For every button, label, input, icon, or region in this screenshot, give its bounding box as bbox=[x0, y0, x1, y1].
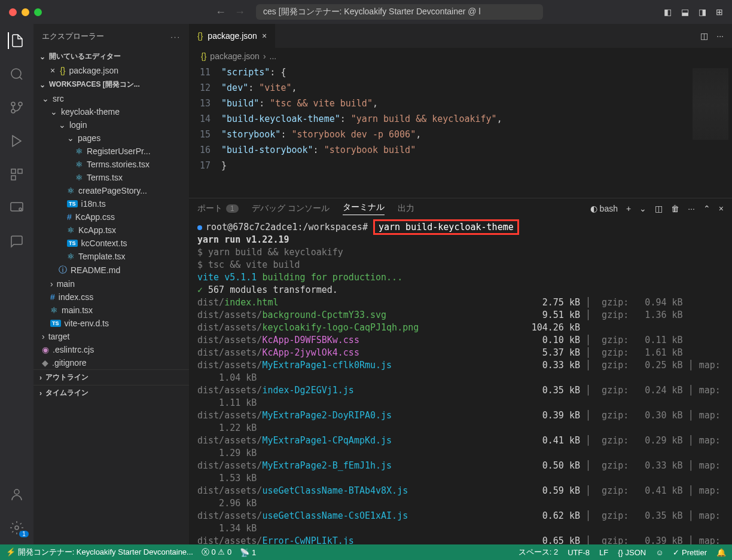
panel-tab-output[interactable]: 出力 bbox=[398, 203, 414, 214]
tree-folder[interactable]: › main bbox=[33, 277, 189, 290]
eslint-icon: ◉ bbox=[42, 345, 49, 354]
chevron-down-icon[interactable]: ⌄ bbox=[639, 204, 646, 213]
split-terminal-icon[interactable]: ◫ bbox=[655, 204, 663, 213]
close-window-button[interactable] bbox=[9, 8, 17, 16]
breadcrumb-item[interactable]: ... bbox=[270, 51, 277, 61]
tree-file[interactable]: ⚛ Terms.tsx bbox=[33, 171, 189, 184]
layout-icon[interactable]: ⊞ bbox=[716, 7, 723, 17]
prettier-indicator[interactable]: ✓ Prettier bbox=[673, 548, 707, 557]
outline-section[interactable]: › アウトライン bbox=[33, 369, 189, 385]
comments-icon[interactable] bbox=[8, 233, 25, 250]
react-icon: ⚛ bbox=[67, 252, 75, 261]
run-debug-icon[interactable] bbox=[8, 133, 25, 149]
open-editors-section[interactable]: ⌄ 開いているエディター bbox=[33, 49, 189, 64]
tree-file[interactable]: TS kcContext.ts bbox=[33, 237, 189, 250]
chevron-right-icon: › bbox=[50, 279, 53, 289]
shell-indicator[interactable]: ◐ bash bbox=[590, 204, 618, 213]
line-numbers: 11 12 13 14 15 16 17 bbox=[189, 65, 221, 198]
encoding-indicator[interactable]: UTF-8 bbox=[568, 548, 590, 557]
tree-folder[interactable]: ⌄ pages bbox=[33, 131, 189, 145]
info-icon: ⓘ bbox=[59, 265, 67, 276]
open-editor-item[interactable]: × {} package.json bbox=[33, 64, 189, 77]
eol-indicator[interactable]: LF bbox=[599, 548, 608, 557]
accounts-icon[interactable] bbox=[8, 486, 25, 503]
source-control-icon[interactable] bbox=[8, 99, 25, 116]
tree-file[interactable]: TS i18n.ts bbox=[33, 197, 189, 210]
workspace-section[interactable]: ⌄ WORKSPACES [開発コン... bbox=[33, 77, 189, 92]
folder-name: pages bbox=[78, 133, 100, 143]
tree-file[interactable]: ⚛ Terms.stories.tsx bbox=[33, 158, 189, 171]
notifications-icon[interactable]: 🔔 bbox=[716, 548, 726, 557]
panel-left-icon[interactable]: ◧ bbox=[664, 7, 672, 17]
file-name: kcContext.ts bbox=[81, 238, 127, 248]
timeline-section[interactable]: › タイムライン bbox=[33, 385, 189, 400]
folder-name: keycloak-theme bbox=[61, 107, 120, 117]
nav-back-button[interactable]: ← bbox=[215, 6, 226, 19]
tree-folder-src[interactable]: ⌄ src bbox=[33, 92, 189, 105]
statusbar: ⚡ 開発コンテナー: Keycloakify Starter Devcontai… bbox=[0, 544, 732, 560]
problems-indicator[interactable]: ⓧ 0 ⚠ 0 bbox=[202, 547, 231, 558]
editor-content[interactable]: 11 12 13 14 15 16 17 "scripts": { "dev":… bbox=[189, 65, 732, 198]
tree-folder[interactable]: › target bbox=[33, 330, 189, 343]
svg-point-9 bbox=[14, 489, 19, 494]
language-indicator[interactable]: {} JSON bbox=[618, 548, 646, 557]
search-icon[interactable] bbox=[8, 66, 25, 82]
maximize-window-button[interactable] bbox=[34, 8, 42, 16]
command-center[interactable]: ces [開発コンテナー: Keycloakify Starter Devcon… bbox=[256, 4, 543, 20]
close-icon[interactable]: × bbox=[262, 31, 267, 41]
breadcrumb-item[interactable]: package.json bbox=[210, 51, 260, 61]
close-panel-icon[interactable]: × bbox=[719, 204, 724, 213]
breadcrumbs[interactable]: {} package.json › ... bbox=[189, 48, 732, 65]
extensions-icon[interactable] bbox=[8, 166, 25, 183]
panel-bottom-icon[interactable]: ⬓ bbox=[681, 7, 689, 17]
tree-file[interactable]: ⚛ RegisterUserPr... bbox=[33, 145, 189, 158]
more-icon[interactable]: ··· bbox=[716, 31, 724, 41]
sidebar-more-icon[interactable]: ··· bbox=[170, 32, 181, 41]
chevron-right-icon: › bbox=[39, 374, 42, 382]
nav-forward-button[interactable]: → bbox=[234, 6, 245, 19]
minimap[interactable] bbox=[693, 68, 728, 140]
panel-right-icon[interactable]: ◨ bbox=[699, 7, 706, 17]
titlebar: ← → ces [開発コンテナー: Keycloakify Starter De… bbox=[0, 0, 732, 24]
close-icon[interactable]: × bbox=[50, 66, 55, 75]
tree-folder[interactable]: ⌄ login bbox=[33, 118, 189, 131]
terminal-content[interactable]: root@678c7c2adce1:/workspaces# yarn buil… bbox=[189, 219, 732, 544]
tree-file[interactable]: ◆ .gitignore bbox=[33, 356, 189, 369]
tree-file[interactable]: TS vite-env.d.ts bbox=[33, 317, 189, 330]
ports-indicator[interactable]: 📡 1 bbox=[240, 548, 256, 557]
spaces-indicator[interactable]: スペース: 2 bbox=[518, 547, 558, 558]
tree-file[interactable]: ⚛ Template.tsx bbox=[33, 250, 189, 263]
panel-tab-terminal[interactable]: ターミナル bbox=[343, 202, 385, 215]
ports-count-badge: 1 bbox=[226, 204, 239, 213]
file-name: package.json bbox=[69, 66, 119, 75]
tree-file[interactable]: # KcApp.css bbox=[33, 210, 189, 224]
code-content[interactable]: "scripts": { "dev": "vite", "build": "ts… bbox=[221, 65, 502, 198]
tree-folder[interactable]: ⌄ keycloak-theme bbox=[33, 105, 189, 118]
more-icon[interactable]: ··· bbox=[688, 204, 695, 213]
new-terminal-icon[interactable]: + bbox=[626, 204, 631, 213]
tab-package-json[interactable]: {} package.json × bbox=[189, 24, 276, 48]
tree-file[interactable]: ⚛ KcApp.tsx bbox=[33, 224, 189, 237]
split-editor-icon[interactable]: ◫ bbox=[700, 31, 708, 41]
breadcrumb-separator: › bbox=[263, 51, 266, 61]
settings-gear-icon[interactable]: 1 bbox=[8, 519, 25, 536]
section-label: タイムライン bbox=[45, 388, 89, 398]
maximize-panel-icon[interactable]: ⌃ bbox=[703, 204, 710, 213]
panel-tab-ports[interactable]: ポート 1 bbox=[197, 203, 239, 214]
feedback-icon[interactable]: ☺ bbox=[655, 548, 663, 557]
explorer-icon[interactable] bbox=[8, 32, 25, 49]
remote-explorer-icon[interactable] bbox=[8, 200, 25, 216]
panel-tab-debug[interactable]: デバッグ コンソール bbox=[252, 203, 330, 214]
tree-file[interactable]: ⓘ README.md bbox=[33, 263, 189, 277]
tree-file[interactable]: ◉ .eslintrc.cjs bbox=[33, 343, 189, 356]
chevron-down-icon: ⌄ bbox=[50, 107, 57, 117]
tree-file[interactable]: # index.css bbox=[33, 290, 189, 304]
react-icon: ⚛ bbox=[50, 305, 58, 315]
tree-file[interactable]: ⚛ createPageStory... bbox=[33, 184, 189, 197]
minimize-window-button[interactable] bbox=[22, 8, 29, 16]
file-name: createPageStory... bbox=[78, 186, 147, 195]
tree-file[interactable]: ⚛ main.tsx bbox=[33, 304, 189, 317]
remote-indicator[interactable]: ⚡ 開発コンテナー: Keycloakify Starter Devcontai… bbox=[6, 547, 193, 558]
file-name: README.md bbox=[71, 265, 120, 275]
trash-icon[interactable]: 🗑 bbox=[671, 204, 679, 213]
